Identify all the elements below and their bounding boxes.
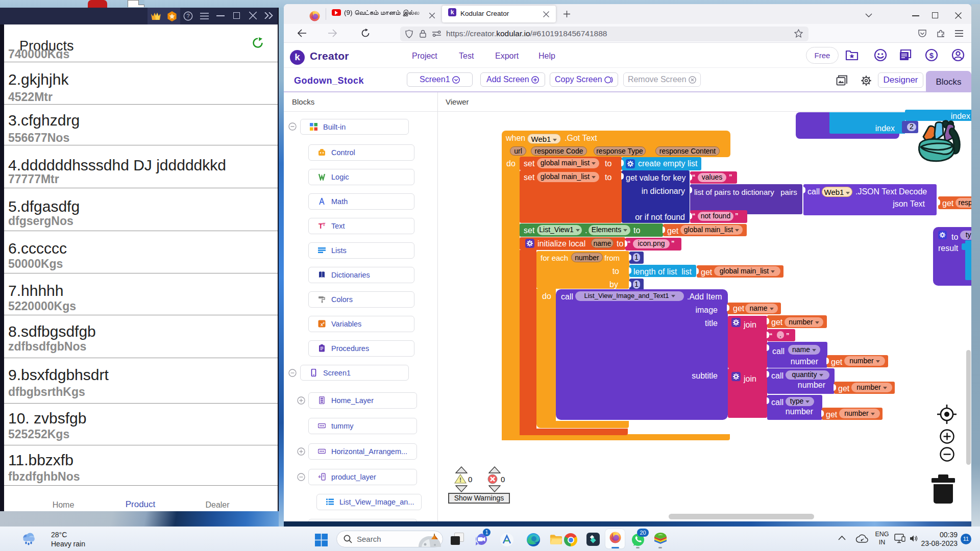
svg-text:+: + [318,474,321,480]
svg-text:$: $ [929,51,934,60]
svg-text:T: T [323,222,326,227]
svg-text:?: ? [186,13,189,19]
svg-text:!: ! [459,477,461,484]
